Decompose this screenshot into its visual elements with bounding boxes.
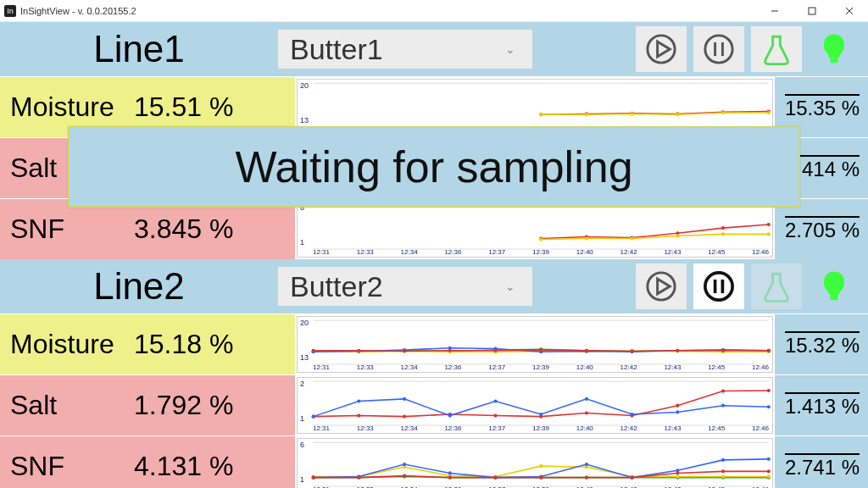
- svg-point-40: [585, 236, 588, 240]
- product-select-value: Butter1: [290, 33, 383, 66]
- chevron-down-icon: ⌄: [505, 280, 515, 293]
- svg-point-100: [403, 415, 406, 419]
- svg-point-110: [357, 399, 360, 402]
- svg-point-39: [539, 238, 542, 241]
- svg-point-160: [539, 476, 542, 480]
- status-bulb-button[interactable]: [809, 263, 860, 309]
- svg-point-102: [493, 414, 497, 418]
- svg-point-156: [357, 476, 360, 480]
- svg-point-147: [448, 471, 452, 474]
- svg-point-42: [676, 234, 679, 237]
- product-select-value: Butter2: [290, 270, 383, 303]
- product-select[interactable]: Butter2 ⌄: [278, 267, 532, 306]
- svg-point-117: [676, 410, 679, 413]
- svg-point-159: [493, 476, 497, 480]
- chart-x-ticks: 12:3112:3312:3412:3612:3712:3912:4012:42…: [313, 424, 769, 432]
- svg-point-17: [539, 113, 542, 116]
- metric-value: 1.792 %: [134, 375, 295, 435]
- window-title: InSightView - v. 0.0.20155.2: [20, 6, 136, 16]
- pause-button[interactable]: [693, 263, 744, 309]
- svg-point-88: [448, 349, 452, 352]
- sample-flask-button[interactable]: [751, 26, 802, 72]
- svg-point-157: [403, 474, 406, 477]
- metric-label: Moisture: [0, 314, 134, 374]
- pause-button[interactable]: [693, 26, 744, 72]
- svg-point-119: [767, 405, 771, 408]
- metric-chart: 2112:3112:3312:3412:3612:3712:3912:4012:…: [297, 377, 773, 434]
- metric-label: Salt: [0, 375, 134, 435]
- window-titlebar: In InSightView - v. 0.0.20155.2: [0, 0, 868, 22]
- svg-point-163: [676, 471, 679, 474]
- window-maximize-button[interactable]: [793, 0, 831, 22]
- line-name: Line2: [0, 265, 278, 308]
- line-name: Line1: [0, 28, 278, 70]
- svg-point-138: [539, 464, 542, 468]
- svg-point-22: [767, 111, 771, 114]
- svg-point-153: [721, 458, 725, 462]
- svg-point-146: [403, 463, 406, 466]
- chevron-down-icon: ⌄: [505, 42, 515, 56]
- metric-average: 2.705 %: [775, 199, 868, 259]
- svg-point-92: [631, 349, 634, 352]
- svg-point-142: [721, 475, 725, 479]
- metric-chart: 201312:3112:3312:3412:3612:3712:3912:401…: [297, 316, 773, 373]
- svg-point-109: [312, 415, 315, 419]
- metric-value: 15.18 %: [134, 314, 295, 374]
- svg-point-18: [585, 113, 588, 116]
- svg-point-114: [539, 413, 542, 416]
- svg-point-165: [767, 469, 771, 473]
- window-minimize-button[interactable]: [756, 0, 793, 22]
- chart-x-ticks: 12:3112:3312:3412:3612:3712:3912:4012:42…: [313, 248, 769, 256]
- svg-point-161: [585, 476, 588, 480]
- metric-average: 2.741 %: [775, 436, 868, 488]
- svg-point-90: [539, 348, 542, 352]
- metric-row: Salt 1.792 % 2112:3112:3312:3412:3612:37…: [0, 374, 868, 435]
- chart-x-ticks: 12:3112:3312:3412:3612:3712:3912:4012:42…: [313, 363, 769, 371]
- line-header: Line2 Butter2 ⌄: [0, 259, 868, 313]
- svg-point-111: [403, 397, 406, 401]
- svg-point-108: [767, 389, 771, 392]
- metric-chart: 6112:3112:3312:3412:3612:3712:3912:4012:…: [297, 438, 773, 488]
- svg-point-118: [721, 404, 725, 408]
- app-icon: In: [4, 5, 16, 17]
- svg-point-87: [403, 349, 406, 352]
- svg-point-37: [721, 226, 725, 230]
- status-bulb-button[interactable]: [809, 26, 860, 72]
- window-close-button[interactable]: [831, 0, 868, 22]
- svg-point-44: [767, 232, 771, 236]
- svg-point-86: [357, 349, 360, 352]
- svg-point-106: [676, 404, 679, 408]
- svg-point-164: [721, 469, 725, 473]
- metric-chart: 6112:3112:3312:3412:3612:3712:3912:4012:…: [297, 201, 773, 258]
- svg-point-141: [676, 475, 679, 479]
- line-header: Line1 Butter1 ⌄: [0, 22, 868, 76]
- svg-point-116: [631, 413, 634, 416]
- svg-point-150: [585, 463, 588, 466]
- svg-rect-8: [831, 58, 838, 63]
- metric-label: SNF: [0, 436, 134, 488]
- svg-point-93: [676, 349, 679, 352]
- play-button[interactable]: [636, 26, 687, 72]
- sample-flask-button[interactable]: [751, 263, 802, 309]
- svg-point-115: [585, 397, 588, 401]
- svg-point-112: [448, 414, 452, 418]
- svg-point-38: [767, 223, 771, 226]
- metric-value: 4.131 %: [134, 436, 295, 488]
- metric-value: 3.845 %: [134, 199, 295, 259]
- svg-point-19: [631, 112, 634, 115]
- svg-point-99: [357, 414, 360, 418]
- svg-point-89: [493, 349, 497, 352]
- svg-point-162: [631, 476, 634, 480]
- svg-point-91: [585, 349, 588, 352]
- svg-point-41: [631, 236, 634, 240]
- svg-point-155: [312, 476, 315, 480]
- play-button[interactable]: [636, 263, 687, 309]
- metric-average: 1.413 %: [775, 375, 868, 435]
- product-select[interactable]: Butter1 ⌄: [278, 30, 532, 69]
- svg-point-95: [767, 349, 771, 352]
- svg-point-143: [767, 475, 771, 479]
- svg-point-43: [721, 232, 725, 236]
- status-banner: Waiting for sampling: [68, 126, 800, 208]
- svg-point-5: [705, 36, 732, 63]
- metric-row: Moisture 15.18 % 201312:3112:3312:3412:3…: [0, 313, 868, 374]
